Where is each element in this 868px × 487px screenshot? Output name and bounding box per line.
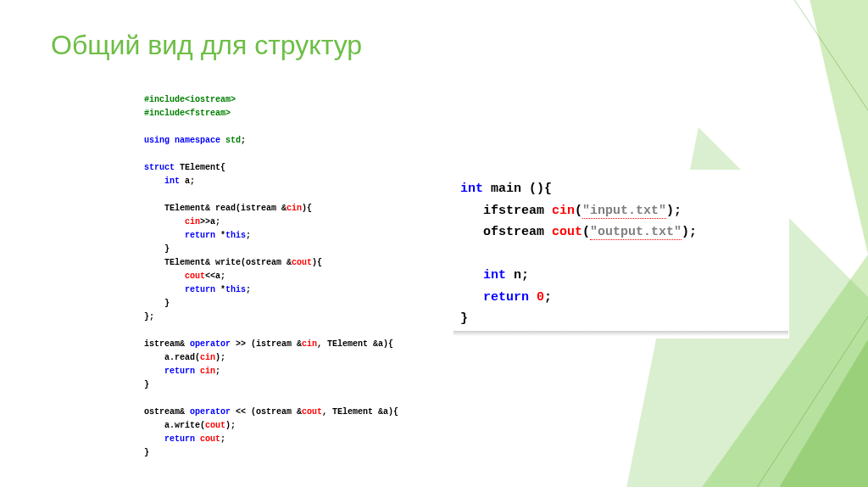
code-line: struct TElement{ xyxy=(144,161,432,175)
code-line xyxy=(144,188,432,202)
code-line: a.read(cin); xyxy=(144,351,432,365)
code-line: return *this; xyxy=(144,229,432,243)
code-line xyxy=(144,324,432,338)
code-line: } xyxy=(144,243,432,256)
code-line: return cout; xyxy=(144,433,432,446)
code-line xyxy=(144,120,432,134)
code-line: cin>>a; xyxy=(144,216,432,229)
code-line: }; xyxy=(144,311,432,324)
code-line: } xyxy=(144,297,432,311)
code-line xyxy=(144,148,432,161)
code-line xyxy=(460,244,782,266)
code-line: #include<fstream> xyxy=(144,107,432,120)
code-line: using namespace std; xyxy=(144,134,432,148)
code-line: return cin; xyxy=(144,365,432,378)
code-line: ofstream cout("output.txt"); xyxy=(460,221,782,244)
code-block-left: #include<iostream>#include<fstream> usin… xyxy=(144,93,432,460)
code-line: ostream& operator << (ostream &cout, TEl… xyxy=(144,406,432,419)
code-line xyxy=(144,392,432,406)
code-line: cout<<a; xyxy=(144,270,432,283)
code-line: } xyxy=(144,446,432,460)
code-block-right-shadow xyxy=(453,331,788,336)
code-line: } xyxy=(144,378,432,392)
code-line: return 0; xyxy=(460,287,782,309)
slide-title: Общий вид для структур xyxy=(51,30,362,61)
code-line: int a; xyxy=(144,175,432,188)
code-line: int main (){ xyxy=(460,178,782,200)
code-line: int n; xyxy=(460,265,782,287)
code-line: TElement& read(istream &cin){ xyxy=(144,202,432,216)
code-block-right: int main (){ ifstream cin("input.txt"); … xyxy=(453,170,789,339)
code-line: TElement& write(ostream &cout){ xyxy=(144,256,432,270)
code-line: } xyxy=(460,308,782,330)
code-line: a.write(cout); xyxy=(144,419,432,433)
code-line: return *this; xyxy=(144,283,432,297)
code-line: #include<iostream> xyxy=(144,93,432,107)
code-line: ifstream cin("input.txt"); xyxy=(460,200,782,222)
code-line: istream& operator >> (istream &cin, TEle… xyxy=(144,338,432,351)
